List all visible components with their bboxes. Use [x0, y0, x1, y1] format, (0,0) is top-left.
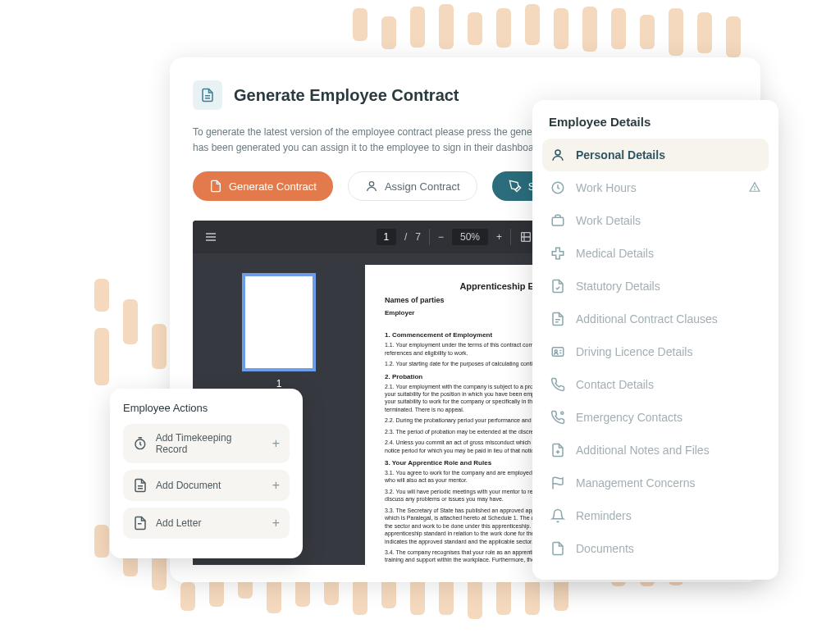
svg-point-14 [755, 189, 756, 189]
person-icon [365, 180, 378, 193]
assign-contract-label: Assign Contract [385, 180, 460, 193]
detail-statutory-details[interactable]: Statutory Details [542, 270, 769, 303]
detail-label: Reminders [576, 509, 632, 522]
card-title: Generate Employee Contract [234, 86, 459, 105]
plus-icon: + [272, 516, 280, 530]
letter-icon [133, 516, 148, 530]
document-icon [193, 80, 222, 110]
action-add-letter[interactable]: Add Letter + [123, 508, 290, 539]
generate-contract-button[interactable]: Generate Contract [193, 171, 333, 201]
detail-label: Contact Details [576, 378, 654, 391]
detail-label: Documents [576, 542, 634, 555]
action-label: Add Document [156, 480, 221, 491]
svg-point-19 [555, 350, 557, 353]
detail-work-hours[interactable]: Work Hours [542, 171, 769, 204]
svg-point-11 [555, 150, 560, 155]
zoom-out-icon[interactable]: − [438, 231, 444, 243]
warning-icon [749, 181, 760, 195]
svg-point-22 [561, 412, 564, 414]
action-label: Add Letter [156, 517, 201, 529]
statutory-icon [550, 279, 565, 294]
action-label: Add Timekeeping Record [156, 432, 264, 455]
action-add-document[interactable]: Add Document + [123, 470, 290, 501]
detail-contract-clauses[interactable]: Additional Contract Clauses [542, 303, 769, 335]
detail-personal-details[interactable]: Personal Details [542, 139, 769, 171]
detail-label: Medical Details [576, 247, 654, 260]
action-add-timekeeping[interactable]: Add Timekeeping Record + [123, 424, 290, 463]
employee-actions-card: Employee Actions Add Timekeeping Record … [110, 389, 303, 558]
medical-icon [550, 246, 565, 261]
fit-page-icon[interactable] [519, 230, 532, 244]
emergency-icon [550, 410, 565, 425]
employee-details-panel: Employee Details Personal Details Work H… [532, 100, 778, 580]
employee-actions-title: Employee Actions [123, 402, 290, 414]
detail-documents[interactable]: Documents [542, 532, 769, 565]
document-icon [209, 180, 222, 193]
pdf-zoom-level[interactable]: 50% [452, 229, 488, 245]
employee-details-title: Employee Details [542, 115, 769, 139]
person-icon [550, 148, 565, 162]
detail-label: Work Details [576, 214, 641, 227]
detail-emergency-contacts[interactable]: Emergency Contacts [542, 401, 769, 434]
zoom-in-icon[interactable]: + [496, 231, 502, 243]
bell-icon [550, 508, 565, 523]
menu-icon[interactable] [204, 230, 217, 244]
detail-label: Statutory Details [576, 280, 660, 293]
flag-icon [550, 476, 565, 490]
generate-contract-label: Generate Contract [229, 180, 317, 193]
detail-label: Driving Licence Details [576, 345, 692, 358]
svg-point-2 [369, 182, 373, 186]
detail-label: Emergency Contacts [576, 411, 682, 424]
assign-contract-button[interactable]: Assign Contract [348, 171, 477, 201]
detail-work-details[interactable]: Work Details [542, 204, 769, 237]
detail-label: Additional Contract Clauses [576, 312, 718, 326]
detail-management-concerns[interactable]: Management Concerns [542, 467, 769, 499]
pdf-thumbnail-1[interactable] [242, 273, 316, 371]
detail-driving-licence[interactable]: Driving Licence Details [542, 335, 769, 368]
plus-icon: + [272, 478, 280, 493]
svg-rect-15 [552, 217, 564, 225]
briefcase-icon [550, 213, 565, 228]
detail-label: Work Hours [576, 181, 637, 194]
detail-label: Additional Notes and Files [576, 444, 710, 457]
clause-icon [550, 312, 565, 326]
document-icon [133, 478, 148, 493]
phone-icon [550, 377, 565, 392]
folder-icon [550, 541, 565, 556]
timer-icon [133, 436, 148, 451]
pdf-page-input[interactable] [377, 229, 396, 245]
licence-icon [550, 344, 565, 359]
detail-label: Personal Details [576, 148, 665, 162]
pdf-page-sep: / [404, 231, 407, 243]
notes-icon [550, 443, 565, 458]
detail-contact-details[interactable]: Contact Details [542, 368, 769, 401]
pdf-total-pages: 7 [415, 231, 421, 243]
plus-icon: + [272, 436, 280, 451]
detail-label: Management Concerns [576, 476, 696, 489]
clock-icon [550, 180, 565, 195]
detail-medical-details[interactable]: Medical Details [542, 237, 769, 270]
pen-icon [509, 180, 522, 193]
detail-notes-files[interactable]: Additional Notes and Files [542, 434, 769, 467]
detail-reminders[interactable]: Reminders [542, 499, 769, 532]
